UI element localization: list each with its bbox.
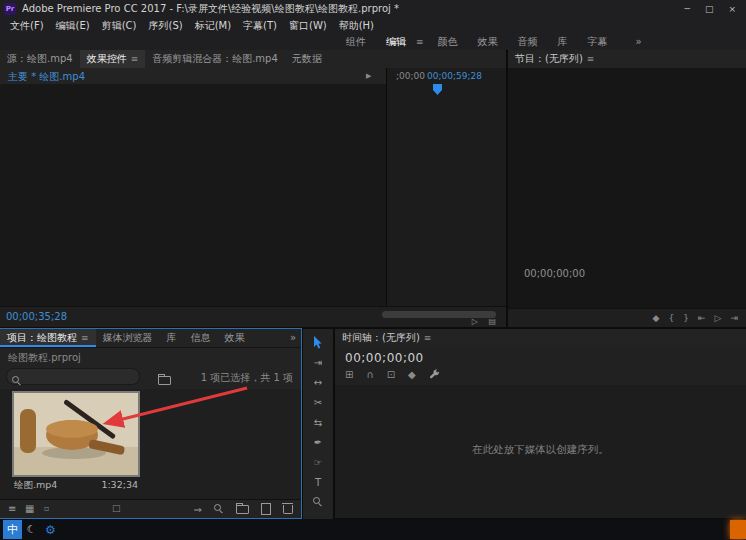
menu-item-sequence[interactable]: 序列(S) [142,19,188,33]
tab-project[interactable]: 项目：绘图教程 ≡ [0,329,96,347]
maximize-button[interactable]: □ [705,4,714,14]
workspace-tab-libraries[interactable]: 库 [548,35,578,49]
program-tabbar: 节目：(无序列) ≡ [508,50,746,69]
tab-source-monitor[interactable]: 源：绘图.mp4 [0,50,80,68]
menu-item-title[interactable]: 字幕(T) [237,19,283,33]
zoom-tool-icon [313,497,323,507]
workspace-tab-effects[interactable]: 效果 [468,35,508,49]
workspace-tab-components[interactable]: 组件 [336,35,376,49]
timeline-tabbar: 时间轴：(无序列) ≡ [335,329,746,348]
ime-moon-icon[interactable]: ☾ [22,520,41,539]
go-to-out-icon[interactable]: ⇥ [730,313,738,323]
new-item-icon[interactable] [261,503,271,515]
premiere-app-icon: Pr [4,3,16,15]
tab-effects[interactable]: 效果 [218,329,252,347]
horizontal-scrollbar[interactable] [382,311,496,318]
menu-item-window[interactable]: 窗口(W) [283,19,333,33]
ruler-start-label: ;00;00 [396,71,425,81]
tab-info[interactable]: 信息 [184,329,218,347]
add-marker-icon[interactable]: ◆ [653,313,660,323]
find-icon[interactable] [214,504,224,514]
hand-tool[interactable]: ☞ [314,456,323,468]
clip-tile[interactable]: 绘图.mp4 1:32;34 [14,393,140,492]
program-transport-bar: ◆ { } ⇤ ▷ ⇥ [508,308,746,327]
workspace-tab-audio[interactable]: 音频 [508,35,548,49]
slip-tool[interactable]: ⇆ [314,416,322,428]
play-icon[interactable]: ▷ [715,313,722,323]
tab-media-browser[interactable]: 媒体浏览器 [96,329,160,347]
selection-cursor-icon [313,336,323,349]
icon-view-icon[interactable]: ▦ [25,503,34,514]
type-tool[interactable]: T [315,476,321,488]
zoom-tool[interactable] [313,496,323,508]
automate-to-sequence-icon[interactable]: ⇒ [194,504,202,515]
linked-selection-icon[interactable]: ⊡ [387,369,395,380]
delete-icon[interactable] [283,505,293,514]
mini-play-icon[interactable]: ▷ [472,317,478,326]
search-input[interactable] [27,369,136,384]
insert-nest-icon[interactable]: ⊞ [345,369,353,380]
tab-effect-controls[interactable]: 效果控件 ≡ [80,50,146,68]
panel-menu-icon[interactable]: ≡ [131,54,139,64]
tab-overflow-icon[interactable]: » [290,332,296,343]
menu-item-help[interactable]: 帮助(H) [333,19,380,33]
menu-item-edit[interactable]: 编辑(E) [50,19,96,33]
workspace-tab-titles[interactable]: 字幕 [578,35,618,49]
snap-magnet-icon[interactable]: ∩ [366,369,373,380]
tab-libraries[interactable]: 库 [160,329,184,347]
tab-metadata[interactable]: 元数据 [285,50,329,68]
timeline-timecode[interactable]: 00;00;00;00 [345,351,424,365]
list-view-icon[interactable]: ≡ [8,503,16,514]
mark-in-icon[interactable]: { [669,313,675,323]
new-bin-icon[interactable] [236,505,249,514]
clip-thumbnail[interactable] [14,393,138,475]
clip-name[interactable]: 绘图.mp4 [14,479,57,492]
effect-controls-clip-label: 主要 * 绘图.mp4 [8,70,85,84]
workspace-tab-color[interactable]: 颜色 [428,35,468,49]
menu-item-file[interactable]: 文件(F) [4,19,50,33]
collapse-arrow-icon[interactable]: ▶ [366,72,371,80]
tools-panel: ⇥ ↔ ✂ ⇆ ✒ ☞ T [303,329,333,525]
mini-grid-icon[interactable]: ▤ [488,317,496,326]
workspace-tab-editing[interactable]: 编辑 [376,35,416,49]
pen-tool[interactable]: ✒ [314,436,322,448]
zoom-in-icon[interactable]: □ [112,503,121,513]
panel-menu-icon[interactable]: ≡ [424,333,432,343]
add-marker-icon[interactable]: ◆ [408,369,416,380]
timeline-empty-message: 在此处放下媒体以创建序列。 [335,443,746,457]
menu-item-marker[interactable]: 标记(M) [189,19,237,33]
track-select-forward-tool[interactable]: ⇥ [314,356,322,368]
tab-timeline[interactable]: 时间轴：(无序列) ≡ [335,329,438,347]
menu-item-clip[interactable]: 剪辑(C) [96,19,143,33]
effect-controls-body [0,84,386,307]
mark-out-icon[interactable]: } [683,313,689,323]
windows-taskbar: 中 ☾ ⚙ [0,519,746,540]
zoom-out-icon[interactable]: ▫ [44,504,49,513]
workspace-menu-icon[interactable]: ≡ [416,37,424,47]
taskbar-notification-badge[interactable] [730,520,746,539]
filter-bin-icon[interactable] [158,376,171,385]
timeline-drop-area[interactable]: 在此处放下媒体以创建序列。 [335,385,746,518]
ripple-edit-tool[interactable]: ↔ [314,376,322,388]
effect-controls-mini-timeline[interactable]: ;00;00 00;00;59;28 [386,68,506,307]
tab-audio-clip-mixer[interactable]: 音频剪辑混合器：绘图.mp4 [145,50,285,68]
effect-controls-current-time[interactable]: 00;00;35;28 [6,311,67,322]
close-button[interactable]: × [728,4,736,14]
minimize-button[interactable]: ─ [685,4,690,14]
playhead-marker[interactable] [433,84,442,95]
tab-program-monitor[interactable]: 节目：(无序列) ≡ [508,50,601,68]
go-to-in-icon[interactable]: ⇤ [698,313,706,323]
ime-settings-gear-icon[interactable]: ⚙ [41,520,60,539]
program-timecode[interactable]: 00;00;00;00 [524,268,585,279]
ruler-playhead-time: 00;00;59;28 [427,71,482,81]
razor-tool[interactable]: ✂ [314,396,322,408]
timeline-settings-wrench-icon[interactable] [429,369,440,380]
search-icon [12,376,22,386]
project-filename: 绘图教程.prproj [8,351,81,365]
project-search-box[interactable] [6,368,140,385]
workspace-overflow-icon[interactable]: » [636,36,642,47]
selection-tool[interactable] [313,336,323,348]
panel-menu-icon[interactable]: ≡ [587,54,595,64]
ime-language-button[interactable]: 中 [3,520,22,539]
panel-menu-icon[interactable]: ≡ [81,333,89,343]
